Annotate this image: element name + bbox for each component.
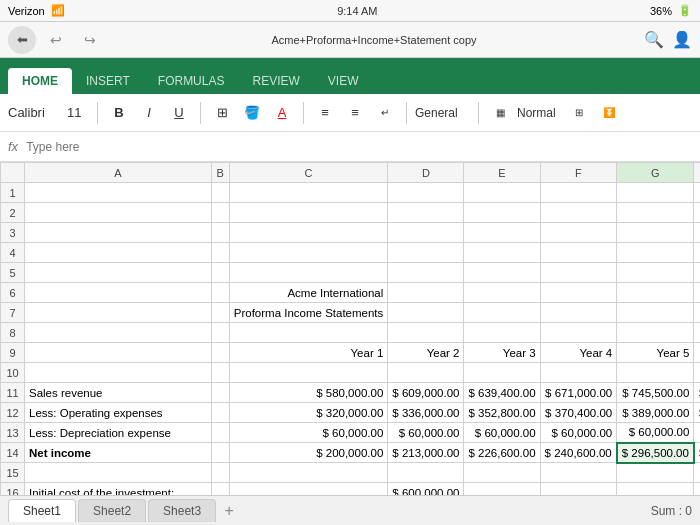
cell-F13[interactable]: $ 60,000.00	[540, 423, 617, 443]
cell-E8[interactable]	[464, 323, 540, 343]
cell-F1[interactable]	[540, 183, 617, 203]
cell-H15[interactable]	[694, 463, 700, 483]
cell-C5[interactable]	[229, 263, 388, 283]
cell-H12[interactable]: $ 408,500.00	[694, 403, 700, 423]
cell-H4[interactable]	[694, 243, 700, 263]
cell-G2[interactable]	[617, 203, 694, 223]
cell-B6[interactable]	[211, 283, 229, 303]
cell-D10[interactable]	[388, 363, 464, 383]
cell-A10[interactable]	[25, 363, 212, 383]
back-button[interactable]: ⬅	[8, 26, 36, 54]
cell-A15[interactable]	[25, 463, 212, 483]
cell-E16[interactable]	[464, 483, 540, 496]
cell-G1[interactable]	[617, 183, 694, 203]
tab-review[interactable]: REVIEW	[238, 68, 313, 94]
add-sheet-button[interactable]: +	[218, 500, 240, 522]
cell-F6[interactable]	[540, 283, 617, 303]
cell-A8[interactable]	[25, 323, 212, 343]
cell-D2[interactable]	[388, 203, 464, 223]
col-header-b[interactable]: B	[211, 163, 229, 183]
cell-G8[interactable]	[617, 323, 694, 343]
cell-C12[interactable]: $ 320,000.00	[229, 403, 388, 423]
cell-D7[interactable]	[388, 303, 464, 323]
cell-F16[interactable]	[540, 483, 617, 496]
cell-C15[interactable]	[229, 463, 388, 483]
cell-E15[interactable]	[464, 463, 540, 483]
cell-G14[interactable]: $ 296,500.00	[617, 443, 694, 463]
cell-B11[interactable]	[211, 383, 229, 403]
wrap-text-button[interactable]: ↵	[372, 100, 398, 126]
col-header-c[interactable]: C	[229, 163, 388, 183]
cell-H14[interactable]: $ 313,500.00	[694, 443, 700, 463]
cell-E13[interactable]: $ 60,000.00	[464, 423, 540, 443]
cell-B14[interactable]	[211, 443, 229, 463]
formula-input[interactable]	[26, 140, 692, 154]
cell-E2[interactable]	[464, 203, 540, 223]
cell-D3[interactable]	[388, 223, 464, 243]
font-color-button[interactable]: A	[269, 100, 295, 126]
col-header-d[interactable]: D	[388, 163, 464, 183]
cell-E7[interactable]	[464, 303, 540, 323]
cell-F9[interactable]: Year 4	[540, 343, 617, 363]
col-header-e[interactable]: E	[464, 163, 540, 183]
cell-E3[interactable]	[464, 223, 540, 243]
align-center-button[interactable]: ≡	[342, 100, 368, 126]
cell-H16[interactable]	[694, 483, 700, 496]
cell-C6[interactable]: Acme International	[229, 283, 388, 303]
number-format[interactable]: General	[415, 106, 470, 120]
undo-button[interactable]: ↩	[42, 26, 70, 54]
cell-D14[interactable]: $ 213,000.00	[388, 443, 464, 463]
cell-G13[interactable]: $ 60,000.00	[617, 423, 694, 443]
cell-A7[interactable]	[25, 303, 212, 323]
cell-E14[interactable]: $ 226,600.00	[464, 443, 540, 463]
cell-B3[interactable]	[211, 223, 229, 243]
cell-A11[interactable]: Sales revenue	[25, 383, 212, 403]
cell-B16[interactable]	[211, 483, 229, 496]
cell-B7[interactable]	[211, 303, 229, 323]
cell-F4[interactable]	[540, 243, 617, 263]
filter-button[interactable]: ⏬	[596, 100, 622, 126]
col-header-g[interactable]: G	[617, 163, 694, 183]
borders-button[interactable]: ⊞	[209, 100, 235, 126]
cell-F8[interactable]	[540, 323, 617, 343]
tab-home[interactable]: HOME	[8, 68, 72, 94]
tab-insert[interactable]: INSERT	[72, 68, 144, 94]
cell-D15[interactable]	[388, 463, 464, 483]
cell-B12[interactable]	[211, 403, 229, 423]
cell-C7[interactable]: Proforma Income Statements	[229, 303, 388, 323]
bold-button[interactable]: B	[106, 100, 132, 126]
italic-button[interactable]: I	[136, 100, 162, 126]
cell-A2[interactable]	[25, 203, 212, 223]
cell-H2[interactable]	[694, 203, 700, 223]
cell-B8[interactable]	[211, 323, 229, 343]
cell-A1[interactable]	[25, 183, 212, 203]
cell-D8[interactable]	[388, 323, 464, 343]
cell-H6[interactable]	[694, 283, 700, 303]
cell-B9[interactable]	[211, 343, 229, 363]
cell-F2[interactable]	[540, 203, 617, 223]
cell-H8[interactable]	[694, 323, 700, 343]
cell-H3[interactable]	[694, 223, 700, 243]
cell-C10[interactable]	[229, 363, 388, 383]
font-size[interactable]: 11	[67, 105, 89, 120]
cell-C11[interactable]: $ 580,000.00	[229, 383, 388, 403]
tab-view[interactable]: VIEW	[314, 68, 373, 94]
cell-B1[interactable]	[211, 183, 229, 203]
cell-C9[interactable]: Year 1	[229, 343, 388, 363]
col-header-f[interactable]: F	[540, 163, 617, 183]
cell-D4[interactable]	[388, 243, 464, 263]
cell-G12[interactable]: $ 389,000.00	[617, 403, 694, 423]
cell-E12[interactable]: $ 352,800.00	[464, 403, 540, 423]
cell-B5[interactable]	[211, 263, 229, 283]
sheet-tab-3[interactable]: Sheet3	[148, 499, 216, 522]
cell-D9[interactable]: Year 2	[388, 343, 464, 363]
col-header-h[interactable]: H	[694, 163, 700, 183]
sheet-tab-2[interactable]: Sheet2	[78, 499, 146, 522]
cell-D5[interactable]	[388, 263, 464, 283]
cell-B2[interactable]	[211, 203, 229, 223]
cell-G9[interactable]: Year 5	[617, 343, 694, 363]
cell-H13[interactable]: $ 60,000.00	[694, 423, 700, 443]
cell-G5[interactable]	[617, 263, 694, 283]
cell-E11[interactable]: $ 639,400.00	[464, 383, 540, 403]
col-header-a[interactable]: A	[25, 163, 212, 183]
